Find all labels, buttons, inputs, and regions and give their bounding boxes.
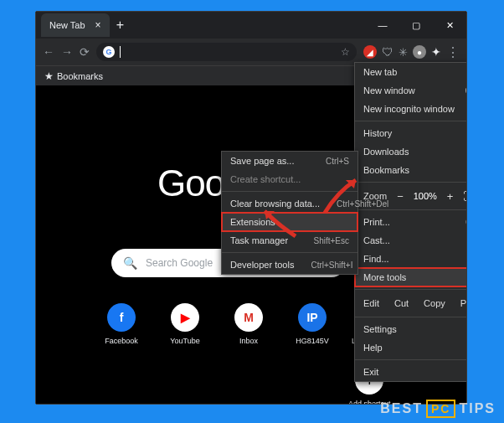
shortcut-icon: IP: [298, 303, 327, 332]
menu-bookmarks[interactable]: Bookmarks▸: [355, 161, 467, 179]
browser-window: New Tab × + — ▢ ✕ ← → ⟳ G ☆ ◢ 🛡 ✳ ● ✦ ⋮: [35, 11, 467, 405]
window-controls: — ▢ ✕: [366, 12, 466, 39]
more-tools-submenu: Save page as...Ctrl+S Create shortcut...…: [221, 151, 358, 275]
extensions-icon[interactable]: ✦: [431, 45, 441, 59]
minimize-button[interactable]: —: [366, 12, 399, 39]
menu-find[interactable]: Find...Ctrl+F: [355, 250, 467, 268]
menu-edit-row: Edit Cut Copy Paste: [355, 292, 467, 314]
tab-strip: New Tab × + — ▢ ✕: [36, 12, 466, 39]
bookmark-star-icon: ★: [44, 70, 54, 82]
menu-cast[interactable]: Cast...: [355, 231, 467, 250]
zoom-out-button[interactable]: −: [397, 190, 404, 203]
adblock-icon[interactable]: ◢: [363, 45, 377, 59]
omnibox-input[interactable]: [126, 47, 336, 57]
search-icon: 🔍: [123, 256, 137, 270]
shortcut-icon: f: [107, 303, 136, 332]
google-favicon-icon: G: [103, 46, 115, 58]
active-tab[interactable]: New Tab ×: [41, 13, 110, 37]
paste-button[interactable]: Paste: [460, 298, 467, 308]
shortcut-item[interactable]: ▶YouTube: [161, 303, 209, 345]
shortcut-label: HG8145V: [288, 337, 337, 345]
back-button[interactable]: ←: [43, 45, 54, 59]
menu-help[interactable]: Help▸: [355, 338, 467, 357]
shortcut-icon: M: [234, 303, 263, 332]
shortcut-label: YouTube: [161, 337, 209, 345]
zoom-value: 100%: [414, 191, 437, 201]
menu-downloads[interactable]: DownloadsCtrl+J: [355, 142, 467, 161]
menu-new-incognito[interactable]: New incognito windowCtrl+Shift+N: [355, 100, 467, 118]
extension-icons: ◢ 🛡 ✳ ● ✦ ⋮: [363, 44, 460, 60]
shortcut-icon: ▶: [171, 303, 199, 332]
omnibox[interactable]: G ☆: [96, 43, 357, 61]
reload-button[interactable]: ⟳: [80, 45, 90, 59]
kebab-menu-button[interactable]: ⋮: [446, 44, 460, 60]
fullscreen-button[interactable]: ⛶: [463, 190, 467, 203]
cut-button[interactable]: Cut: [394, 298, 409, 308]
bookmarks-folder[interactable]: Bookmarks: [57, 71, 103, 81]
close-tab-icon[interactable]: ×: [95, 19, 101, 31]
submenu-developer-tools[interactable]: Developer toolsCtrl+Shift+I: [222, 255, 357, 274]
menu-more-tools[interactable]: More tools▸: [355, 268, 467, 286]
tab-title: New Tab: [49, 20, 85, 30]
submenu-task-manager[interactable]: Task managerShift+Esc: [222, 231, 357, 250]
shortcut-item[interactable]: fFacebook: [97, 303, 146, 345]
search-placeholder: Search Google: [146, 257, 213, 269]
menu-history[interactable]: History▸: [355, 124, 467, 142]
submenu-extensions[interactable]: Extensions: [222, 213, 357, 231]
shield-icon[interactable]: 🛡: [382, 45, 393, 59]
maximize-button[interactable]: ▢: [399, 12, 433, 39]
menu-exit[interactable]: Exit: [355, 363, 467, 381]
shortcut-label: Inbox: [224, 337, 273, 345]
text-cursor: [120, 46, 121, 58]
avatar-icon[interactable]: ●: [413, 45, 426, 59]
copy-button[interactable]: Copy: [424, 298, 445, 308]
submenu-save-page[interactable]: Save page as...Ctrl+S: [222, 152, 357, 170]
shortcut-item[interactable]: MInbox: [224, 303, 273, 345]
zoom-in-button[interactable]: +: [447, 190, 454, 203]
main-menu: New tabCtrl+T New windowCtrl+N New incog…: [354, 62, 467, 382]
menu-settings[interactable]: Settings: [355, 320, 467, 338]
menu-print[interactable]: Print...Ctrl+P: [355, 213, 467, 231]
bookmark-star-icon[interactable]: ☆: [341, 46, 350, 58]
new-tab-button[interactable]: +: [116, 18, 124, 33]
watermark: BEST PC TIPS: [380, 400, 496, 418]
forward-button[interactable]: →: [61, 45, 73, 59]
menu-new-tab[interactable]: New tabCtrl+T: [355, 63, 467, 81]
submenu-create-shortcut: Create shortcut...: [222, 170, 357, 188]
gear-icon[interactable]: ✳: [399, 46, 408, 59]
submenu-clear-browsing[interactable]: Clear browsing data...Ctrl+Shift+Del: [222, 194, 357, 213]
shortcut-label: Facebook: [97, 337, 146, 345]
menu-new-window[interactable]: New windowCtrl+N: [355, 81, 467, 100]
close-window-button[interactable]: ✕: [433, 12, 466, 39]
shortcut-item[interactable]: IPHG8145V: [288, 303, 337, 345]
